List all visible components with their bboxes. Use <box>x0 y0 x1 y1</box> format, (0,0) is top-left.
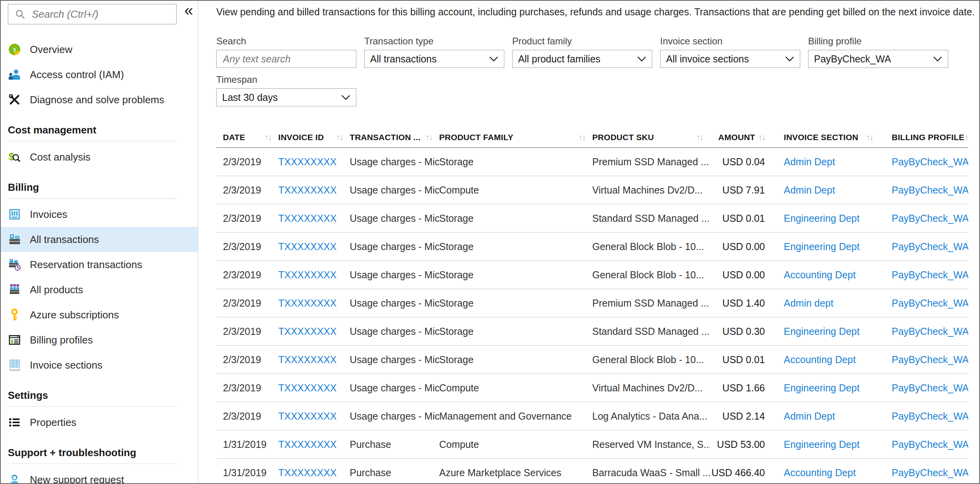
table-row[interactable]: 2/3/2019 TXXXXXXXX Usage charges - Mic S… <box>216 233 968 261</box>
invoice-id-link[interactable]: TXXXXXXXX <box>278 467 350 479</box>
column-header-invoice-section[interactable]: INVOICE SECTION ↑↓ <box>772 133 880 142</box>
invoice-section-link[interactable]: Engineering Dept <box>772 213 880 224</box>
invoice-id-link[interactable]: TXXXXXXXX <box>278 411 350 422</box>
invoice-section-link[interactable]: Accounting Dept <box>772 269 880 281</box>
table-row[interactable]: 2/3/2019 TXXXXXXXX Usage charges - Mic S… <box>216 289 968 318</box>
collapse-sidebar-button[interactable]: « <box>184 2 193 19</box>
invoice-id-link[interactable]: TXXXXXXXX <box>278 156 350 168</box>
billing-profile-link[interactable]: PayByCheck_WA <box>880 382 968 394</box>
sidebar-item-access-control[interactable]: Access control (IAM) <box>1 62 198 87</box>
cell-transaction-type: Usage charges - Mic <box>350 241 439 252</box>
sidebar-item-cost-analysis[interactable]: $ Cost analysis <box>1 144 198 170</box>
transactions-table: DATE ↑↓ INVOICE ID ↑↓ TRANSACTION ... ↑↓… <box>216 128 968 483</box>
invoice-section-link[interactable]: Accounting Dept <box>772 467 880 479</box>
divider <box>8 464 177 464</box>
table-row[interactable]: 2/3/2019 TXXXXXXXX Usage charges - Mic C… <box>216 176 968 205</box>
cell-amount: USD 0.00 <box>710 269 772 281</box>
table-row[interactable]: 2/3/2019 TXXXXXXXX Usage charges - Mic M… <box>216 402 968 431</box>
sidebar-item-new-support-request[interactable]: New support request <box>1 467 198 484</box>
cost-analysis-icon: $ <box>8 150 21 164</box>
table-row[interactable]: 2/3/2019 TXXXXXXXX Usage charges - Mic S… <box>216 346 968 374</box>
column-header-amount[interactable]: AMOUNT ↑↓ <box>710 133 772 142</box>
filter-label: Invoice section <box>660 36 800 47</box>
billing-profile-link[interactable]: PayByCheck_WA <box>880 298 968 309</box>
invoice-id-link[interactable]: TXXXXXXXX <box>278 382 350 394</box>
billing-profile-link[interactable]: PayByCheck_WA <box>880 326 968 337</box>
sidebar-item-reservation-transactions[interactable]: Reservation transactions <box>1 252 198 277</box>
invoice-section-dropdown[interactable]: All invoice sections <box>660 50 800 68</box>
search-input[interactable] <box>222 50 350 68</box>
invoice-section-link[interactable]: Admin dept <box>772 298 880 309</box>
cell-product-sku: Standard SSD Managed ... <box>592 326 710 337</box>
cell-product-sku: General Block Blob - 10... <box>592 354 710 365</box>
cell-date: 2/3/2019 <box>216 326 278 337</box>
sidebar-item-diagnose[interactable]: Diagnose and solve problems <box>1 87 198 112</box>
invoice-id-link[interactable]: TXXXXXXXX <box>278 354 350 365</box>
sidebar-item-azure-subscriptions[interactable]: Azure subscriptions <box>1 302 198 327</box>
column-header-product-sku[interactable]: PRODUCT SKU ↑↓ <box>592 133 710 142</box>
billing-profile-link[interactable]: PayByCheck_WA <box>880 184 968 196</box>
billing-profile-link[interactable]: PayByCheck_WA <box>880 269 968 281</box>
invoice-section-link[interactable]: Engineering Dept <box>772 439 880 450</box>
invoice-id-link[interactable]: TXXXXXXXX <box>278 213 350 224</box>
sidebar-search[interactable] <box>8 4 177 24</box>
sidebar-item-label: Access control (IAM) <box>30 69 124 81</box>
billing-profile-link[interactable]: PayByCheck_WA <box>880 354 968 365</box>
sidebar-item-all-products[interactable]: All products <box>1 277 198 302</box>
invoice-id-link[interactable]: TXXXXXXXX <box>278 298 350 309</box>
billing-profile-link[interactable]: PayByCheck_WA <box>880 156 968 168</box>
billing-profile-link[interactable]: PayByCheck_WA <box>880 467 968 479</box>
sidebar-item-all-transactions[interactable]: All transactions <box>1 227 198 252</box>
column-header-transaction-type[interactable]: TRANSACTION ... ↑↓ <box>350 133 439 142</box>
sidebar-item-billing-profiles[interactable]: $ Billing profiles <box>1 327 198 352</box>
column-label: PRODUCT FAMILY <box>439 133 513 142</box>
table-row[interactable]: 2/3/2019 TXXXXXXXX Usage charges - Mic S… <box>216 205 968 233</box>
column-header-invoice-id[interactable]: INVOICE ID ↑↓ <box>278 133 350 142</box>
billing-profile-link[interactable]: PayByCheck_WA <box>880 213 968 224</box>
cell-product-sku: Standard SSD Managed ... <box>592 213 710 224</box>
column-header-date[interactable]: DATE ↑↓ <box>216 133 278 142</box>
transaction-type-dropdown[interactable]: All transactions <box>364 50 504 68</box>
product-family-dropdown[interactable]: All product families <box>512 50 652 68</box>
invoice-id-link[interactable]: TXXXXXXXX <box>278 269 350 281</box>
sidebar-item-overview[interactable]: $ Overview <box>1 37 198 62</box>
sidebar-item-invoices[interactable]: Invoices <box>1 202 198 227</box>
cell-transaction-type: Usage charges - Mic <box>350 184 439 196</box>
sidebar-section-cost-management: Cost management <box>1 112 198 141</box>
cell-product-sku: Premium SSD Managed ... <box>592 298 710 309</box>
table-row[interactable]: 2/3/2019 TXXXXXXXX Usage charges - Mic S… <box>216 148 968 176</box>
sidebar-item-invoice-sections[interactable]: Invoice sections <box>1 352 198 378</box>
table-row[interactable]: 2/3/2019 TXXXXXXXX Usage charges - Mic C… <box>216 374 968 402</box>
table-row[interactable]: 1/31/2019 TXXXXXXXX Purchase Azure Marke… <box>216 459 968 483</box>
invoice-section-link[interactable]: Admin Dept <box>772 411 880 422</box>
table-body: 2/3/2019 TXXXXXXXX Usage charges - Mic S… <box>216 148 968 483</box>
billing-profile-dropdown[interactable]: PayByCheck_WA <box>808 50 948 68</box>
invoice-section-link[interactable]: Engineering Dept <box>772 382 880 394</box>
billing-profile-link[interactable]: PayByCheck_WA <box>880 411 968 422</box>
cell-transaction-type: Usage charges - Mic <box>350 354 439 365</box>
table-row[interactable]: 1/31/2019 TXXXXXXXX Purchase Compute Res… <box>216 431 968 459</box>
table-row[interactable]: 2/3/2019 TXXXXXXXX Usage charges - Mic S… <box>216 261 968 289</box>
invoice-section-link[interactable]: Accounting Dept <box>772 354 880 365</box>
invoice-id-link[interactable]: TXXXXXXXX <box>278 184 350 196</box>
invoice-section-link[interactable]: Admin Dept <box>772 184 880 196</box>
diagnose-icon <box>8 93 21 106</box>
invoice-section-link[interactable]: Admin Dept <box>772 156 880 168</box>
invoice-id-link[interactable]: TXXXXXXXX <box>278 439 350 450</box>
timespan-dropdown[interactable]: Last 30 days <box>216 88 356 106</box>
chevron-down-icon <box>637 56 646 62</box>
invoice-section-link[interactable]: Engineering Dept <box>772 241 880 252</box>
billing-profile-link[interactable]: PayByCheck_WA <box>880 241 968 252</box>
invoice-id-link[interactable]: TXXXXXXXX <box>278 241 350 252</box>
sidebar-search-input[interactable] <box>31 8 172 21</box>
sidebar-item-properties[interactable]: Properties <box>1 410 198 435</box>
sidebar-nav: $ Overview Access control (IAM) Diagnose… <box>1 37 198 484</box>
invoice-section-link[interactable]: Engineering Dept <box>772 326 880 337</box>
cell-date: 2/3/2019 <box>216 213 278 224</box>
cell-amount: USD 0.01 <box>710 213 772 224</box>
column-header-billing-profile[interactable]: BILLING PROFILE ↑↓ <box>880 133 968 142</box>
invoice-id-link[interactable]: TXXXXXXXX <box>278 326 350 337</box>
billing-profile-link[interactable]: PayByCheck_WA <box>880 439 968 450</box>
column-header-product-family[interactable]: PRODUCT FAMILY ↑↓ <box>439 133 592 142</box>
table-row[interactable]: 2/3/2019 TXXXXXXXX Usage charges - Mic S… <box>216 318 968 346</box>
